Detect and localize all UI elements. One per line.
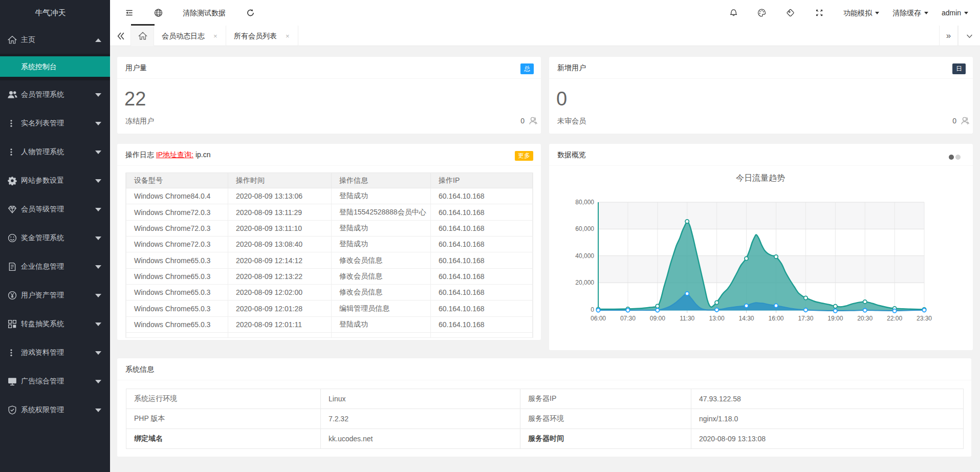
svg-text:07:30: 07:30 <box>620 315 636 322</box>
svg-text:60,000: 60,000 <box>575 225 594 232</box>
svg-text:22:00: 22:00 <box>887 315 902 322</box>
svg-text:06:00: 06:00 <box>591 315 606 322</box>
svg-text:20:30: 20:30 <box>857 315 873 322</box>
svg-text:40,000: 40,000 <box>575 252 594 260</box>
svg-text:80,000: 80,000 <box>575 199 594 206</box>
svg-text:14:30: 14:30 <box>738 315 754 322</box>
svg-text:23:30: 23:30 <box>917 315 932 322</box>
svg-text:16:00: 16:00 <box>768 315 783 322</box>
svg-text:0: 0 <box>591 306 594 313</box>
svg-text:19:00: 19:00 <box>827 315 843 322</box>
svg-text:今日流量趋势: 今日流量趋势 <box>736 174 785 182</box>
svg-text:20,000: 20,000 <box>575 279 594 286</box>
svg-text:11:30: 11:30 <box>680 315 694 322</box>
svg-text:17:30: 17:30 <box>798 315 813 322</box>
svg-text:13:00: 13:00 <box>709 315 725 322</box>
svg-text:09:00: 09:00 <box>650 315 665 322</box>
